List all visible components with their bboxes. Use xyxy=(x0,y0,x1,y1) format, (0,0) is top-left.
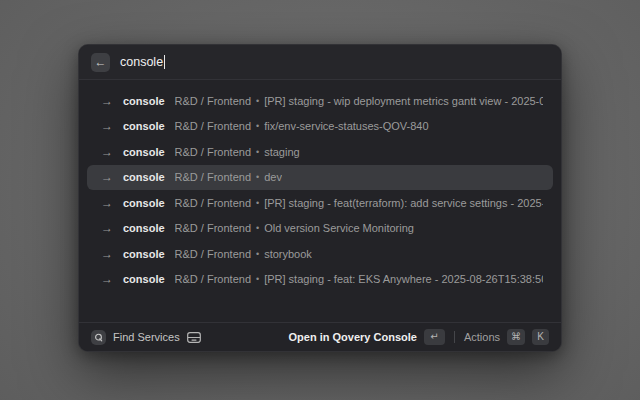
arrow-right-icon: → xyxy=(101,120,113,132)
result-label: console xyxy=(123,120,165,132)
text-cursor xyxy=(164,55,165,69)
arrow-right-icon: → xyxy=(101,171,113,183)
back-button[interactable]: ← xyxy=(91,53,110,72)
list-item[interactable]: → console R&D / Frontend•[PR] staging - … xyxy=(87,267,553,293)
list-item[interactable]: → console R&D / Frontend•Old version Ser… xyxy=(87,216,553,242)
bullet-separator: • xyxy=(256,121,259,131)
footer-bar: Find Services Open in Qovery Console ↵ A… xyxy=(79,322,561,351)
arrow-right-icon: → xyxy=(101,273,113,285)
result-label: console xyxy=(123,171,165,183)
list-item[interactable]: → console R&D / Frontend•[PR] staging - … xyxy=(87,88,553,114)
bullet-separator: • xyxy=(256,249,259,259)
result-label: console xyxy=(123,146,165,158)
arrow-right-icon: → xyxy=(101,146,113,158)
enter-key-badge: ↵ xyxy=(424,329,445,345)
footer-divider xyxy=(454,331,455,343)
result-label: console xyxy=(123,273,165,285)
list-item[interactable]: → console R&D / Frontend•fix/env-service… xyxy=(87,114,553,140)
bullet-separator: • xyxy=(256,223,259,233)
result-description: R&D / Frontend•dev xyxy=(175,171,282,183)
list-item[interactable]: → console R&D / Frontend•staging xyxy=(87,139,553,165)
result-description: R&D / Frontend•staging xyxy=(175,146,300,158)
open-in-console-action[interactable]: Open in Qovery Console xyxy=(289,331,417,343)
actions-menu-trigger[interactable]: Actions xyxy=(464,331,500,343)
result-description: R&D / Frontend•fix/env-service-statuses-… xyxy=(175,120,429,132)
find-services-label[interactable]: Find Services xyxy=(113,331,180,343)
result-label: console xyxy=(123,222,165,234)
result-label: console xyxy=(123,95,165,107)
command-palette: ← console → console R&D / Frontend•[PR] … xyxy=(78,44,562,352)
result-description: R&D / Frontend•[PR] staging - feat: EKS … xyxy=(175,273,543,285)
result-description: R&D / Frontend•Old version Service Monit… xyxy=(175,222,414,234)
keyboard-icon xyxy=(187,332,201,343)
result-label: console xyxy=(123,248,165,260)
result-description: R&D / Frontend•storybook xyxy=(175,248,312,260)
bullet-separator: • xyxy=(256,147,259,157)
bullet-separator: • xyxy=(256,274,259,284)
k-key-badge: K xyxy=(532,329,549,345)
bullet-separator: • xyxy=(256,96,259,106)
qovery-logo-icon xyxy=(91,330,106,345)
results-list: → console R&D / Frontend•[PR] staging - … xyxy=(79,80,561,322)
search-bar: ← console xyxy=(79,45,561,80)
arrow-right-icon: → xyxy=(101,197,113,209)
list-item[interactable]: → console R&D / Frontend•dev xyxy=(87,165,553,191)
bullet-separator: • xyxy=(256,198,259,208)
arrow-right-icon: → xyxy=(101,222,113,234)
arrow-right-icon: → xyxy=(101,95,113,107)
bullet-separator: • xyxy=(256,172,259,182)
back-arrow-icon: ← xyxy=(95,56,107,68)
arrow-right-icon: → xyxy=(101,248,113,260)
list-item[interactable]: → console R&D / Frontend•storybook xyxy=(87,241,553,267)
list-item[interactable]: → console R&D / Frontend•[PR] staging - … xyxy=(87,190,553,216)
result-label: console xyxy=(123,197,165,209)
enter-key-icon: ↵ xyxy=(430,332,438,342)
result-description: R&D / Frontend•[PR] staging - wip deploy… xyxy=(175,95,543,107)
command-key-badge: ⌘ xyxy=(507,329,525,345)
result-description: R&D / Frontend•[PR] staging - feat(terra… xyxy=(175,197,543,209)
search-input[interactable]: console xyxy=(120,55,165,69)
search-input-value: console xyxy=(120,55,163,69)
